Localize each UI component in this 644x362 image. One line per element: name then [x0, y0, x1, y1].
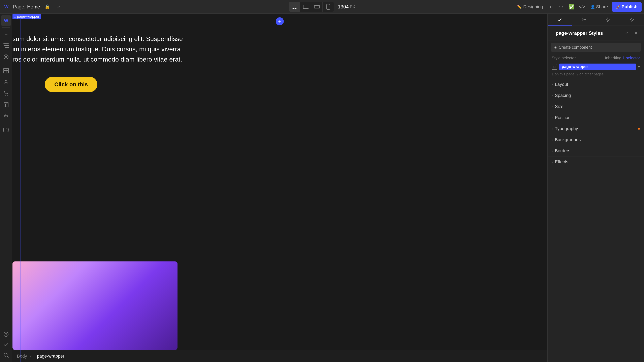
guide-line-left [20, 14, 21, 362]
main-area: W ＋ {f} [0, 14, 644, 362]
inheriting-count: 1 selector [622, 56, 640, 60]
code-button[interactable]: </> [578, 2, 586, 11]
svg-point-30 [4, 353, 7, 356]
sidebar-separator-3 [2, 123, 10, 123]
viewport-controls: 1304 PX [289, 2, 355, 12]
cta-button[interactable]: Click on this [45, 77, 98, 92]
create-component-icon: ◈ [554, 45, 557, 50]
svg-text:W: W [4, 18, 8, 23]
svg-point-32 [583, 19, 584, 20]
sidebar-item-ecommerce[interactable] [1, 88, 11, 98]
svg-rect-0 [292, 5, 297, 8]
designing-button[interactable]: ✏️ Designing [515, 2, 546, 11]
tab-lightning[interactable] [620, 14, 644, 25]
svg-point-22 [7, 95, 8, 95]
styles-close-icon[interactable]: × [632, 29, 640, 37]
prop-typography-label: Typography [555, 126, 636, 131]
sidebar-item-tasks[interactable] [1, 340, 11, 350]
sidebar-item-code[interactable]: {f} [1, 124, 11, 135]
style-selector-label: Style selector [552, 56, 576, 60]
selector-chevron-icon[interactable]: ▾ [638, 64, 640, 69]
breadcrumb-page-wrapper[interactable]: □ page-wrapper [32, 352, 66, 361]
prop-backgrounds[interactable]: › Backgrounds [548, 134, 644, 145]
selector-info: 1 on this page, 2 on other pages. [548, 71, 644, 79]
add-element-button[interactable]: + [276, 17, 284, 25]
sidebar-item-search[interactable] [1, 350, 11, 361]
prop-effects[interactable]: › Effects [548, 156, 644, 167]
gradient-section [12, 261, 178, 350]
sidebar-item-assets[interactable] [1, 65, 11, 76]
sidebar-item-integrations[interactable] [1, 111, 11, 121]
preview-icon[interactable]: ↗ [54, 2, 64, 12]
prop-size-label: Size [555, 104, 640, 109]
right-panel-tabs [548, 14, 644, 26]
breadcrumb-page-wrapper-icon: □ [34, 354, 36, 358]
svg-point-9 [328, 8, 328, 9]
sidebar-item-navigator[interactable] [1, 40, 11, 51]
viewport-laptop[interactable] [300, 2, 311, 12]
sidebar-item-add[interactable]: ＋ [1, 29, 11, 40]
svg-rect-11 [4, 43, 9, 44]
svg-rect-23 [4, 102, 8, 107]
svg-rect-16 [4, 68, 6, 71]
breadcrumb-body[interactable]: Body [14, 352, 30, 361]
tab-settings[interactable] [572, 14, 596, 25]
element-tag: □ page-wrapper [12, 14, 41, 19]
prop-typography-chevron: › [552, 127, 553, 131]
prop-position[interactable]: › Position [548, 112, 644, 123]
webflow-logo[interactable]: W [2, 3, 10, 11]
svg-rect-4 [303, 5, 308, 8]
prop-spacing[interactable]: › Spacing [548, 90, 644, 101]
properties-list: › Layout › Spacing › Size › Position › T… [548, 79, 644, 167]
svg-rect-13 [5, 47, 9, 48]
prop-size-chevron: › [552, 105, 553, 109]
selector-row: □ page-wrapper ▾ [548, 62, 644, 71]
more-options-icon[interactable]: ⋯ [70, 2, 80, 12]
sidebar-item-webflow[interactable]: W [1, 15, 11, 26]
styles-title: □ page-wrapper Styles [552, 30, 603, 36]
guide-line-right [547, 14, 548, 362]
prop-layout[interactable]: › Layout [548, 79, 644, 90]
prop-typography[interactable]: › Typography [548, 123, 644, 134]
canvas-area[interactable]: □ page-wrapper + sum dolor sit amet, con… [12, 14, 548, 362]
element-tag-label: page-wrapper [17, 14, 39, 19]
sidebar-item-cms[interactable] [1, 99, 11, 110]
viewport-tablet-landscape[interactable] [311, 2, 322, 12]
prop-effects-label: Effects [555, 159, 640, 164]
svg-rect-12 [4, 45, 9, 46]
prop-borders[interactable]: › Borders [548, 145, 644, 156]
sidebar-separator-1 [2, 27, 10, 27]
topbar: W Page: Home 🔒 ↗ ⋯ 1304 [0, 0, 644, 14]
redo-button[interactable]: ↪ [557, 2, 566, 11]
sidebar-bottom: ? [1, 329, 11, 361]
element-tag-icon: □ [14, 15, 16, 18]
sidebar-separator-2 [2, 64, 10, 64]
prop-size[interactable]: › Size [548, 101, 644, 112]
styles-actions: ↗ × [622, 29, 640, 37]
undo-button[interactable]: ↩ [547, 2, 556, 11]
selector-element-icon: □ [552, 64, 557, 70]
sidebar-item-help[interactable]: ? [1, 329, 11, 340]
tab-style[interactable] [548, 14, 572, 25]
svg-point-15 [5, 56, 7, 58]
prop-effects-chevron: › [552, 160, 553, 164]
page-info: Page: Home [13, 4, 40, 10]
page-label: Page: [13, 4, 26, 10]
publish-button[interactable]: 🚀 Publish [612, 2, 642, 12]
svg-point-20 [5, 80, 7, 82]
prop-backgrounds-chevron: › [552, 138, 553, 142]
prop-borders-chevron: › [552, 149, 553, 153]
viewport-desktop[interactable] [289, 2, 300, 12]
page-settings-icon[interactable]: 🔒 [42, 2, 52, 12]
create-component-button[interactable]: ◈ Create component [551, 43, 641, 52]
styles-header: □ page-wrapper Styles ↗ × [548, 26, 644, 40]
selector-name[interactable]: page-wrapper [559, 63, 636, 70]
styles-expand-icon[interactable]: ↗ [622, 29, 630, 37]
sidebar-item-style-manager[interactable] [1, 52, 11, 62]
share-button[interactable]: 👤 Share [588, 2, 610, 11]
viewport-mobile[interactable] [322, 2, 334, 12]
svg-rect-17 [6, 68, 8, 71]
body-text: sum dolor sit amet, consectetur adipisci… [12, 26, 475, 73]
sidebar-item-members[interactable] [1, 77, 11, 87]
tab-interactions[interactable] [596, 14, 620, 25]
